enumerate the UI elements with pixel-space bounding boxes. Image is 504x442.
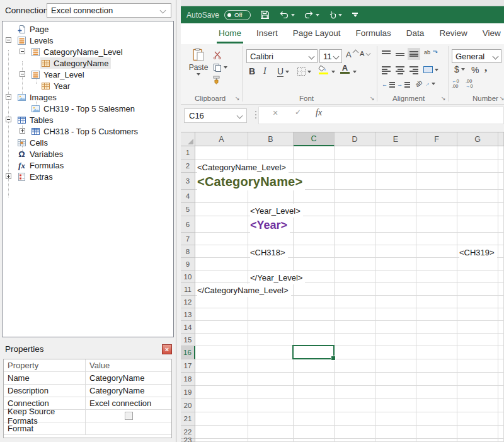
property-value[interactable]: CategoryName [86, 372, 171, 384]
expand-plus-icon[interactable] [6, 173, 11, 179]
align-left-button[interactable] [382, 66, 391, 74]
tab-insert[interactable]: Insert [249, 23, 285, 44]
orientation-button[interactable]: ab→ [415, 80, 435, 87]
redo-button[interactable] [304, 10, 319, 20]
paste-button[interactable]: Paste [186, 48, 211, 76]
save-button[interactable] [260, 9, 270, 20]
chevron-down-icon [353, 15, 357, 17]
tab-formulas[interactable]: Formulas [348, 23, 399, 44]
wrap-text-button[interactable]: ab [424, 49, 438, 55]
collapse-minus-icon[interactable] [6, 37, 11, 43]
borders-button[interactable] [297, 67, 311, 76]
grow-font-button[interactable]: A [346, 50, 358, 59]
tree-node[interactable]: CategoryName_Level [30, 46, 125, 57]
connection-select[interactable]: Excel connection [47, 3, 171, 18]
customize-quick-access-button[interactable] [352, 13, 358, 17]
bold-button[interactable]: B [249, 66, 255, 76]
font-name-combo[interactable]: Calibri [246, 49, 318, 63]
tree-item-extras[interactable]: Extras [3, 171, 173, 182]
keep-source-formats-checkbox[interactable] [125, 412, 133, 420]
property-value[interactable] [86, 410, 171, 422]
cut-button[interactable] [213, 50, 222, 59]
tree-item-cells[interactable]: Cells [3, 137, 173, 148]
property-value-text: CategoryName [89, 386, 144, 395]
tree-item-year[interactable]: Year [3, 80, 173, 91]
property-value[interactable] [86, 422, 171, 434]
tab-home[interactable]: Home [211, 23, 249, 44]
font-color-button[interactable]: A [340, 64, 350, 74]
collapse-minus-icon[interactable] [20, 71, 25, 77]
underline-button[interactable]: U [277, 66, 289, 77]
name-box[interactable]: C16 [184, 108, 247, 123]
insert-function-icon[interactable]: fx [316, 108, 322, 118]
collapse-minus-icon[interactable] [6, 117, 11, 122]
touch-mode-button[interactable] [328, 10, 342, 20]
fill-color-button[interactable] [318, 65, 328, 74]
format-painter-button[interactable] [212, 76, 220, 84]
align-top-button[interactable] [382, 50, 391, 56]
number-format-combo[interactable]: General [452, 49, 501, 63]
percent-style-button[interactable]: % [471, 65, 479, 75]
tree-node[interactable]: Year [40, 80, 72, 91]
tab-page-layout[interactable]: Page Layout [285, 23, 348, 44]
tab-data[interactable]: Data [399, 23, 432, 44]
accounting-format-button[interactable]: $ [454, 64, 465, 74]
tree-node[interactable]: CategoryName [40, 57, 111, 69]
tree-item-categoryname-level[interactable]: CategoryName_Level [3, 46, 173, 57]
align-right-button[interactable] [410, 66, 418, 74]
tree-item-variables[interactable]: ΩVariables [3, 148, 173, 160]
tree-node[interactable]: fxFormulas [16, 160, 66, 171]
tree-node[interactable]: Year_Level [30, 69, 87, 80]
clipboard-dialog-launcher[interactable]: ↘ [235, 95, 240, 102]
tree-node[interactable]: Extras [16, 171, 55, 182]
copy-button[interactable] [213, 63, 227, 72]
tree-node[interactable]: Page [16, 23, 51, 35]
comma-style-button[interactable]: , [484, 62, 487, 74]
autosave-toggle[interactable]: Off [224, 10, 251, 20]
tree-node[interactable]: Cells [16, 137, 50, 148]
align-center-button[interactable] [396, 66, 404, 74]
tree-item-ch318-top-5-customers[interactable]: CH318 - Top 5 Customers [3, 125, 173, 137]
tree-item-ch319-top-5-salesmen[interactable]: CH319 - Top 5 Salesmen [3, 103, 173, 114]
align-middle-button[interactable] [396, 50, 404, 56]
fill-color-dropdown[interactable] [331, 71, 335, 73]
increase-indent-button[interactable]: → [397, 81, 413, 88]
close-icon[interactable]: × [162, 344, 172, 354]
tree-item-images[interactable]: Images [3, 91, 173, 103]
number-dialog-launcher[interactable]: ↘ [500, 95, 504, 102]
merge-center-button[interactable] [423, 66, 438, 73]
italic-button[interactable]: I [263, 66, 266, 76]
collapse-minus-icon[interactable] [6, 94, 11, 100]
property-value[interactable]: CategoryName [86, 385, 171, 397]
font-color-dropdown[interactable] [353, 71, 357, 73]
property-value[interactable]: Excel connection [86, 397, 171, 409]
increase-decimal-button[interactable]: ←0.00 [452, 79, 459, 89]
tree-item-levels[interactable]: Levels [3, 35, 173, 46]
font-size-combo[interactable]: 11 [319, 49, 342, 63]
tree-node[interactable]: ΩVariables [16, 148, 66, 160]
tree-item-tables[interactable]: Tables [3, 114, 173, 125]
decrease-indent-button[interactable]: ← [382, 81, 398, 88]
cancel-entry-icon[interactable]: × [273, 108, 278, 118]
properties-col-value: Value [86, 359, 171, 371]
tree-item-formulas[interactable]: fxFormulas [3, 160, 173, 171]
tree-node[interactable]: Images [16, 91, 59, 103]
expand-plus-icon[interactable] [20, 128, 25, 134]
collapse-minus-icon[interactable] [20, 49, 25, 54]
decrease-decimal-button[interactable]: .00→0 [466, 79, 473, 89]
confirm-entry-icon[interactable]: ✓ [295, 108, 301, 117]
shrink-font-button[interactable]: A [360, 50, 370, 57]
undo-button[interactable] [279, 10, 295, 20]
alignment-dialog-launcher[interactable]: ↘ [441, 95, 446, 102]
tree-node[interactable]: Levels [16, 35, 56, 46]
tree-node[interactable]: CH318 - Top 5 Customers [30, 125, 140, 137]
tree-node[interactable]: Tables [16, 114, 56, 125]
align-bottom-button[interactable] [408, 48, 420, 60]
tree-item-page[interactable]: Page [3, 23, 173, 35]
tree-node[interactable]: CH319 - Top 5 Salesmen [30, 103, 137, 114]
font-dialog-launcher[interactable]: ↘ [370, 95, 375, 102]
tab-review[interactable]: Review [432, 23, 474, 44]
tab-view[interactable]: View [475, 23, 504, 44]
tree-item-categoryname[interactable]: CategoryName [3, 57, 173, 69]
tree-item-year-level[interactable]: Year_Level [3, 69, 173, 80]
